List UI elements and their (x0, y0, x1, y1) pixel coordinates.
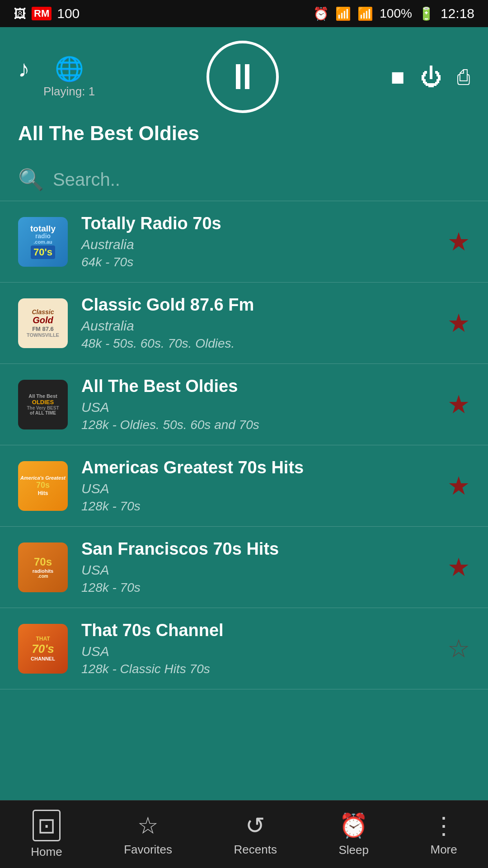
station-logo: America's Greatest 70s Hits (18, 461, 68, 511)
favorite-star[interactable]: ★ (447, 390, 470, 419)
station-bitrate: 48k - 50s. 60s. 70s. Oldies. (81, 336, 447, 351)
favorites-icon: ☆ (137, 812, 159, 839)
station-logo: Classic Gold FM 87.6 TOWNSVILLE (18, 298, 68, 348)
nav-recents-label: Recents (234, 843, 277, 857)
station-name: All The Best Oldies (81, 377, 447, 396)
favorite-star[interactable]: ★ (447, 471, 470, 500)
nav-recents[interactable]: ↺ Recents (234, 812, 277, 857)
station-item[interactable]: Classic Gold FM 87.6 TOWNSVILLE Classic … (0, 283, 488, 364)
share-button[interactable]: ⎙ (457, 65, 470, 89)
station-logo: THAT 70's CHANNEL (18, 624, 68, 674)
pause-button[interactable]: ⏸ (206, 41, 279, 113)
nav-home-label: Home (31, 845, 62, 859)
station-bitrate: 128k - Oldies. 50s. 60s and 70s (81, 418, 447, 432)
nav-more-label: More (430, 843, 457, 857)
station-country: Australia (81, 237, 447, 252)
station-item[interactable]: America's Greatest 70s Hits Americas Gre… (0, 445, 488, 527)
station-list: totally radio .com.au 70's Totally Radio… (0, 201, 488, 807)
station-info: All The Best Oldies USA 128k - Oldies. 5… (81, 377, 447, 432)
station-bitrate: 128k - Classic Hits 70s (81, 662, 447, 676)
alarm-icon: ⏰ (313, 6, 329, 21)
favorite-star[interactable]: ★ (447, 552, 470, 582)
station-item[interactable]: 70s radiohits .com San Franciscos 70s Hi… (0, 527, 488, 608)
search-inner: 🔍 (18, 167, 470, 192)
station-country: Australia (81, 318, 447, 334)
station-info: Classic Gold 87.6 Fm Australia 48k - 50s… (81, 295, 447, 351)
sleep-icon: ⏰ (339, 812, 368, 840)
signal-icon: 📶 (357, 6, 373, 21)
station-item[interactable]: totally radio .com.au 70's Totally Radio… (0, 201, 488, 283)
left-controls: ♪ 🌐 Playing: 1 (18, 55, 95, 99)
station-logo: totally radio .com.au 70's (18, 217, 68, 267)
playing-label: Playing: 1 (43, 85, 95, 99)
favorite-star[interactable]: ☆ (447, 634, 470, 663)
search-input[interactable] (53, 170, 470, 190)
station-bitrate: 128k - 70s (81, 580, 447, 595)
station-name: Americas Greatest 70s Hits (81, 458, 447, 477)
station-info: That 70s Channel USA 128k - Classic Hits… (81, 621, 447, 676)
station-item[interactable]: THAT 70's CHANNEL That 70s Channel USA 1… (0, 608, 488, 689)
battery-icon: 🔋 (418, 6, 434, 21)
nav-favorites-label: Favorites (124, 843, 172, 857)
status-count: 100 (57, 6, 80, 21)
station-name: Classic Gold 87.6 Fm (81, 295, 447, 315)
image-icon: 🖼 (14, 6, 26, 21)
station-info: Totally Radio 70s Australia 64k - 70s (81, 214, 447, 269)
favorite-star[interactable]: ★ (447, 308, 470, 338)
station-bitrate: 64k - 70s (81, 255, 447, 269)
station-info: Americas Greatest 70s Hits USA 128k - 70… (81, 458, 447, 514)
station-logo: All The Best OLDIES The Very BEST of ALL… (18, 380, 68, 429)
status-left: 🖼 RM 100 (14, 6, 80, 21)
player-controls: ♪ 🌐 Playing: 1 ⏸ ■ ⏻ ⎙ (18, 41, 470, 113)
bottom-nav: ⊡ Home ☆ Favorites ↺ Recents ⏰ Sleep ⋮ M… (0, 800, 488, 868)
current-station-title: All The Best Oldies (18, 122, 470, 149)
clock: 12:18 (441, 6, 474, 21)
favorite-star[interactable]: ★ (447, 227, 470, 256)
station-name: Totally Radio 70s (81, 214, 447, 233)
stop-button[interactable]: ■ (391, 63, 405, 90)
right-controls: ■ ⏻ ⎙ (391, 63, 470, 90)
power-button[interactable]: ⏻ (420, 65, 442, 90)
player-area: ♪ 🌐 Playing: 1 ⏸ ■ ⏻ ⎙ All The Best Oldi… (0, 27, 488, 158)
nav-sleep[interactable]: ⏰ Sleep (338, 812, 369, 857)
search-icon: 🔍 (18, 167, 44, 192)
globe-icon[interactable]: 🌐 (55, 55, 84, 83)
more-icon: ⋮ (432, 812, 455, 839)
music-icon[interactable]: ♪ (18, 55, 30, 82)
station-country: USA (81, 481, 447, 496)
station-country: USA (81, 400, 447, 415)
station-country: USA (81, 562, 447, 578)
globe-area: 🌐 Playing: 1 (43, 55, 95, 99)
battery-percent: 100% (380, 6, 412, 21)
station-name: San Franciscos 70s Hits (81, 539, 447, 559)
radio-icon: RM (32, 7, 52, 20)
wifi-icon: 📶 (335, 6, 351, 21)
station-info: San Franciscos 70s Hits USA 128k - 70s (81, 539, 447, 595)
recents-icon: ↺ (245, 812, 265, 839)
station-name: That 70s Channel (81, 621, 447, 640)
station-bitrate: 128k - 70s (81, 499, 447, 514)
status-bar: 🖼 RM 100 ⏰ 📶 📶 100% 🔋 12:18 (0, 0, 488, 27)
nav-more[interactable]: ⋮ More (430, 812, 457, 857)
home-icon: ⊡ (33, 810, 61, 841)
station-item[interactable]: All The Best OLDIES The Very BEST of ALL… (0, 364, 488, 445)
station-logo: 70s radiohits .com (18, 542, 68, 592)
nav-favorites[interactable]: ☆ Favorites (124, 812, 172, 857)
nav-sleep-label: Sleep (338, 843, 369, 857)
pause-icon: ⏸ (225, 59, 261, 95)
status-right: ⏰ 📶 📶 100% 🔋 12:18 (313, 6, 474, 21)
station-country: USA (81, 644, 447, 659)
nav-home[interactable]: ⊡ Home (31, 810, 62, 859)
search-bar: 🔍 (0, 158, 488, 201)
